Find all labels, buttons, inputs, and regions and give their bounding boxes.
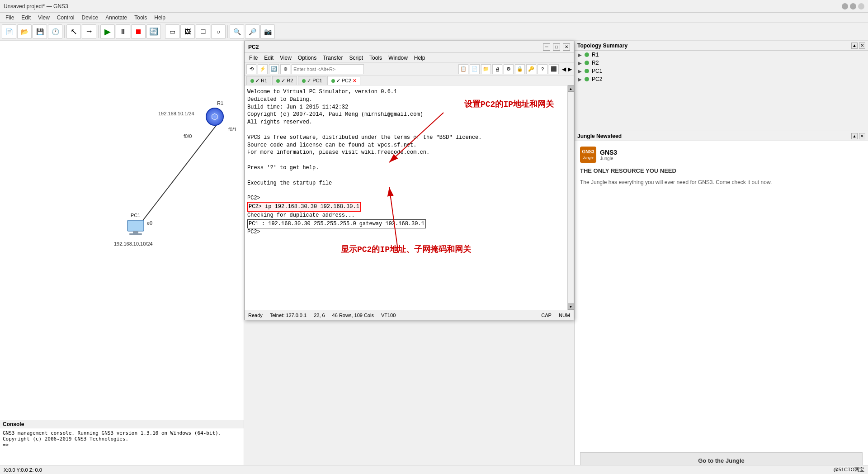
- cursor-button[interactable]: ↖: [66, 24, 81, 39]
- zoom-in-button[interactable]: 🔍: [230, 24, 244, 39]
- pc2-tb-disconnect[interactable]: ⊗: [280, 64, 290, 74]
- pc2-tb-paste[interactable]: 📄: [470, 64, 480, 74]
- menu-item-device[interactable]: Device: [78, 14, 102, 22]
- pc1-port-label: e0: [147, 220, 152, 226]
- menu-item-file[interactable]: File: [2, 14, 18, 22]
- annotate-ellipse-button[interactable]: ○: [211, 24, 226, 39]
- tab-pc2-close[interactable]: ✕: [353, 78, 356, 83]
- scroll-up[interactable]: ▲: [568, 85, 574, 92]
- status-vt: VT100: [381, 313, 396, 318]
- pc2-window-controls[interactable]: ─ □ ✕: [543, 43, 570, 51]
- r2-expand-arrow: ▶: [578, 61, 582, 66]
- tab-pc1[interactable]: ✓ PC1: [298, 76, 326, 85]
- status-rows: 46 Rows, 109 Cols: [332, 313, 374, 318]
- status-telnet: Telnet: 127.0.0.1: [270, 313, 307, 318]
- start-all-button[interactable]: ▶: [100, 24, 115, 39]
- topology-item-r2[interactable]: ▶ R2: [575, 59, 868, 67]
- pc2-tb-reconnect[interactable]: ⟲: [246, 64, 256, 74]
- topology-item-pc1[interactable]: ▶ PC1: [575, 67, 868, 75]
- pc2-tb-settings[interactable]: ⚙: [504, 64, 514, 74]
- result-box: PC1 : 192.168.30.30 255.255.255.0 gatewa…: [247, 219, 426, 229]
- open-button[interactable]: 📂: [17, 24, 32, 39]
- pc2-terminal[interactable]: Welcome to Virtual PC Simulator, version…: [245, 85, 567, 310]
- maximize-button[interactable]: [850, 3, 856, 9]
- pc2-menu-tools[interactable]: Tools: [367, 54, 385, 62]
- window-controls[interactable]: [842, 3, 864, 9]
- pc2-nav-left[interactable]: ◀: [562, 66, 566, 72]
- terminal-blank2: [247, 156, 565, 164]
- pc2-status-dot: [331, 79, 335, 83]
- menu-item-help[interactable]: Help: [151, 14, 169, 22]
- pc2-status-indicator: [585, 77, 589, 81]
- pc2-tb-refresh[interactable]: 🔄: [269, 64, 279, 74]
- menu-item-annotate[interactable]: Annotate: [102, 14, 131, 22]
- pc2-tb-flash[interactable]: ⚡: [258, 64, 268, 74]
- stop-all-button[interactable]: ⏹: [131, 24, 146, 39]
- topology-summary-title: Topology Summary: [577, 43, 627, 49]
- pc2-scrollbar[interactable]: ▲ ▼: [567, 85, 574, 310]
- pc2-menu-file[interactable]: File: [246, 54, 260, 62]
- ip-command-box: PC2> ip 192.168.30.30 192.168.30.1: [247, 202, 361, 212]
- pc2-menu-help[interactable]: Help: [411, 54, 428, 62]
- menu-item-edit[interactable]: Edit: [18, 14, 34, 22]
- topology-summary-controls[interactable]: ▲ ✕: [851, 43, 865, 49]
- jungle-close-button[interactable]: ✕: [859, 133, 865, 139]
- pc1-status-dot: [302, 79, 306, 83]
- pc2-tb-print[interactable]: 🖨: [492, 64, 502, 74]
- pc2-tb-copy[interactable]: 📋: [458, 64, 468, 74]
- pc2-menu-script[interactable]: Script: [346, 54, 366, 62]
- jungle-expand-button[interactable]: ▲: [851, 133, 858, 139]
- scroll-down[interactable]: ▼: [568, 303, 574, 310]
- add-link-button[interactable]: →: [82, 24, 96, 39]
- pc2-menu-transfer[interactable]: Transfer: [320, 54, 345, 62]
- pc1-icon[interactable]: [126, 219, 146, 237]
- pc1-ip-label: 192.168.10.10/24: [114, 241, 153, 246]
- minimize-button[interactable]: [842, 3, 848, 9]
- save-button[interactable]: 💾: [33, 24, 47, 39]
- pc1-label: PC1: [131, 213, 140, 218]
- pc2-menu-options[interactable]: Options: [295, 54, 319, 62]
- tab-r1[interactable]: ✓ R1: [246, 76, 271, 85]
- pc2-tb-lock[interactable]: 🔒: [515, 64, 525, 74]
- pc2-nav-right[interactable]: ▶: [568, 66, 572, 72]
- router-r1[interactable]: ⬡: [206, 108, 224, 126]
- new-button[interactable]: 📄: [2, 24, 16, 39]
- snapshot-button[interactable]: 🕐: [48, 24, 62, 39]
- annotate-rect-button[interactable]: ▭: [165, 24, 179, 39]
- tab-pc2[interactable]: ✓ PC2 ✕: [327, 76, 360, 85]
- pc2-tb-sftp[interactable]: 📁: [481, 64, 491, 74]
- screenshot-button[interactable]: 📷: [260, 24, 275, 39]
- reload-button[interactable]: 🔄: [146, 24, 161, 39]
- pc2-menu-view[interactable]: View: [277, 54, 294, 62]
- pc2-minimize-button[interactable]: ─: [543, 43, 550, 51]
- jungle-header: Jungle Newsfeed ▲ ✕: [575, 131, 868, 141]
- topology-item-r1[interactable]: ▶ R1: [575, 51, 868, 59]
- jungle-controls[interactable]: ▲ ✕: [851, 133, 865, 139]
- pc2-close-button[interactable]: ✕: [563, 43, 570, 51]
- pc2-menu-edit[interactable]: Edit: [261, 54, 276, 62]
- pc2-menu-window[interactable]: Window: [386, 54, 410, 62]
- terminal-source: Source code and license can be found at …: [247, 142, 565, 149]
- topology-item-pc2[interactable]: ▶ PC2: [575, 75, 868, 83]
- r1-f00-label: f0/0: [184, 133, 192, 139]
- pc2-maximize-button[interactable]: □: [553, 43, 560, 51]
- terminal-prompt2: PC2>: [247, 228, 565, 236]
- zoom-out-button[interactable]: 🔎: [245, 24, 259, 39]
- annotate-box-button[interactable]: ☐: [196, 24, 210, 39]
- host-input[interactable]: [292, 64, 364, 74]
- menu-item-control[interactable]: Control: [53, 14, 78, 22]
- annotate-img-button[interactable]: 🖼: [180, 24, 195, 39]
- menu-item-view[interactable]: View: [34, 14, 53, 22]
- topology-canvas[interactable]: ⬡ R1 192.168.10.1/24 f0/0 f0/1 PC1 e0 19…: [0, 41, 244, 474]
- pc2-tb-extra[interactable]: ⬛: [549, 64, 559, 74]
- pc2-tb-key[interactable]: 🔑: [526, 64, 536, 74]
- close-button[interactable]: [858, 3, 864, 9]
- pc2-tb-help[interactable]: ?: [538, 64, 547, 74]
- tab-pc1-label: ✓ PC1: [307, 78, 322, 84]
- menu-item-tools[interactable]: Tools: [131, 14, 151, 22]
- topology-expand-button[interactable]: ▲: [851, 43, 858, 49]
- jungle-logo: GNS3 Jungle GNS3 Jungle: [580, 147, 617, 163]
- pause-all-button[interactable]: ⏸: [116, 24, 130, 39]
- topology-close-button[interactable]: ✕: [859, 43, 865, 49]
- tab-r2[interactable]: ✓ R2: [272, 76, 297, 85]
